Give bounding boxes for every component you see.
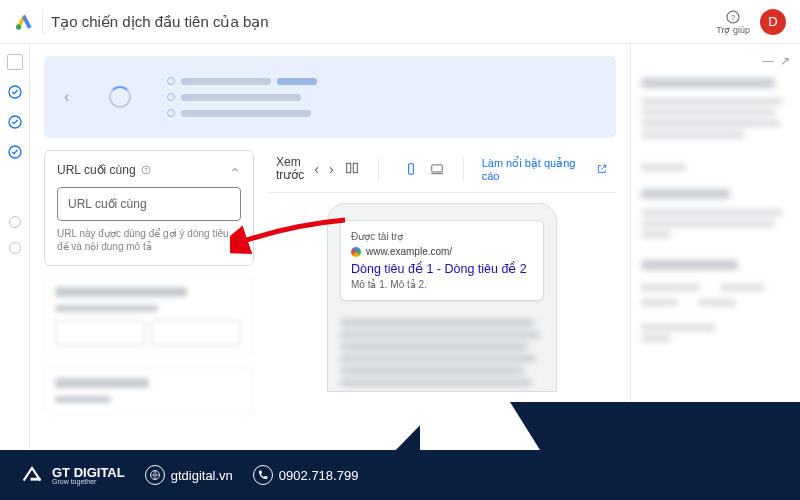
highlight-ad-link[interactable]: Làm nổi bật quảng cáo bbox=[482, 157, 608, 182]
help-button[interactable]: ? Trợ giúp bbox=[716, 9, 750, 35]
svg-rect-8 bbox=[346, 163, 350, 172]
page-title: Tạo chiến dịch đầu tiên của bạn bbox=[51, 13, 716, 31]
final-url-hint: URL này được dùng để gợi ý dòng tiêu đề … bbox=[57, 227, 241, 253]
external-link-icon bbox=[596, 163, 608, 175]
svg-text:?: ? bbox=[731, 12, 735, 21]
expand-icon[interactable]: ↗ bbox=[780, 54, 790, 68]
app-header: Tạo chiến dịch đầu tiên của bạn ? Trợ gi… bbox=[0, 0, 800, 44]
stepper-prev[interactable]: ‹ bbox=[60, 88, 73, 106]
preview-toolbar: Xem trước ‹ › bbox=[268, 150, 616, 193]
globe-icon bbox=[145, 465, 165, 485]
preview-next-button[interactable]: › bbox=[329, 161, 334, 177]
step-rail bbox=[0, 44, 30, 450]
footer-phone[interactable]: 0902.718.799 bbox=[253, 465, 359, 485]
final-url-card-title: URL cuối cùng ? bbox=[57, 163, 152, 177]
footer-brand: GT DIGITAL Grow together bbox=[18, 461, 125, 489]
rail-step-pending-icon bbox=[9, 216, 21, 228]
loading-spinner-icon bbox=[109, 86, 131, 108]
collapse-icon[interactable]: — bbox=[762, 54, 774, 68]
svg-rect-12 bbox=[31, 478, 41, 481]
info-icon[interactable]: ? bbox=[140, 164, 152, 176]
rail-step-done-icon bbox=[7, 144, 23, 160]
favicon-icon bbox=[351, 247, 361, 257]
rail-step-done-icon bbox=[7, 84, 23, 100]
help-icon: ? bbox=[725, 9, 741, 25]
rail-step-box-icon bbox=[7, 54, 23, 70]
rail-step-pending-icon bbox=[9, 242, 21, 254]
brand-footer: GT DIGITAL Grow together gtdigital.vn 09… bbox=[0, 450, 800, 500]
footer-website[interactable]: gtdigital.vn bbox=[145, 465, 233, 485]
google-ads-logo bbox=[14, 12, 34, 32]
phone-icon bbox=[253, 465, 273, 485]
ad-headline: Dòng tiêu đề 1 - Dòng tiêu đề 2 bbox=[351, 261, 533, 276]
mobile-preview-frame: Được tài trợ www.example.com/ Dòng tiêu … bbox=[327, 203, 557, 392]
columns-icon[interactable] bbox=[344, 160, 360, 179]
stepper-checklist bbox=[167, 77, 317, 117]
preview-label: Xem trước bbox=[276, 156, 304, 182]
user-avatar[interactable]: D bbox=[760, 9, 786, 35]
final-url-card: URL cuối cùng ? URL cuối cùng URL này đư… bbox=[44, 150, 254, 266]
desktop-device-icon[interactable] bbox=[429, 162, 445, 176]
gt-logo-icon bbox=[18, 461, 46, 489]
stepper-banner: ‹ bbox=[44, 56, 616, 138]
display-path-card[interactable] bbox=[44, 276, 254, 357]
ad-preview-card: Được tài trợ www.example.com/ Dòng tiêu … bbox=[340, 220, 544, 301]
display-url: www.example.com/ bbox=[366, 246, 452, 257]
svg-rect-11 bbox=[431, 165, 442, 172]
rail-step-done-icon bbox=[7, 114, 23, 130]
preview-prev-button[interactable]: ‹ bbox=[314, 161, 319, 177]
collapse-chevron-icon[interactable] bbox=[229, 164, 241, 176]
svg-rect-9 bbox=[353, 163, 357, 172]
ad-description: Mô tả 1. Mô tả 2. bbox=[351, 279, 533, 290]
svg-text:?: ? bbox=[144, 167, 147, 173]
svg-point-0 bbox=[16, 24, 21, 29]
mobile-device-icon[interactable] bbox=[403, 162, 419, 176]
right-panel: — ↗ bbox=[630, 44, 800, 450]
preview-body-placeholder bbox=[340, 319, 544, 386]
final-url-input[interactable]: URL cuối cùng bbox=[57, 187, 241, 221]
svg-rect-10 bbox=[408, 164, 413, 175]
sponsored-label: Được tài trợ bbox=[351, 231, 533, 242]
headlines-card[interactable] bbox=[44, 367, 254, 414]
header-divider bbox=[42, 10, 43, 34]
